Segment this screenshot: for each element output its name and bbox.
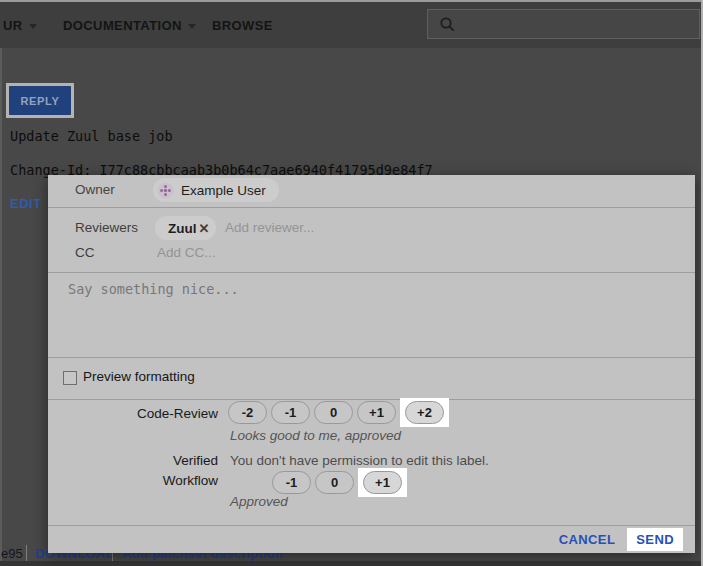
gerrit-screen: UR DOCUMENTATION BROWSE REPLY Update Zuu… <box>0 0 703 566</box>
search-icon <box>439 16 456 33</box>
cancel-button[interactable]: CANCEL <box>559 532 616 547</box>
reviewer-chip-zuul[interactable]: Zuul ✕ <box>155 216 216 240</box>
workflow-plus1-button[interactable]: +1 <box>363 471 402 494</box>
menu-browse-label: BROWSE <box>212 18 273 33</box>
code-review-plus2-button[interactable]: +2 <box>405 401 444 424</box>
reviewers-label: Reviewers <box>75 220 138 235</box>
menu-your[interactable]: UR <box>3 18 37 33</box>
chevron-down-icon <box>188 24 196 29</box>
code-review-pills: -2 -1 0 +1 +2 <box>228 398 449 427</box>
commit-message-line: Update Zuul base job <box>10 128 173 144</box>
preview-formatting-label: Preview formatting <box>83 369 195 384</box>
reply-dialog: Owner Example User Reviewers <box>48 175 695 553</box>
message-placeholder: Say something nice... <box>68 281 239 297</box>
reply-button-highlight-frame: REPLY <box>6 83 74 118</box>
workflow-plus1-highlight: +1 <box>358 468 407 497</box>
send-button[interactable]: SEND <box>636 532 674 547</box>
menu-documentation-label: DOCUMENTATION <box>63 18 182 33</box>
verified-permission-message: You don't have permission to edit this l… <box>230 453 489 468</box>
send-button-highlight: SEND <box>627 528 683 551</box>
remove-reviewer-icon[interactable]: ✕ <box>199 222 210 235</box>
menu-your-label: UR <box>3 18 23 33</box>
code-review-plus1-button[interactable]: +1 <box>357 401 396 424</box>
reviewer-chip-label: Zuul <box>168 221 197 236</box>
top-nav-bar: UR DOCUMENTATION BROWSE <box>0 0 703 48</box>
edit-link[interactable]: EDIT <box>10 196 42 211</box>
reply-button[interactable]: REPLY <box>9 86 71 115</box>
workflow-label: Workflow <box>48 473 218 488</box>
sha-fragment: e95 <box>1 546 23 561</box>
chevron-down-icon <box>29 24 37 29</box>
owner-chip[interactable]: Example User <box>153 178 279 202</box>
owner-label: Owner <box>75 182 115 197</box>
add-cc-input[interactable]: Add CC... <box>157 245 216 260</box>
bottom-strip <box>0 561 703 566</box>
verified-label: Verified <box>48 453 218 468</box>
menu-documentation[interactable]: DOCUMENTATION <box>63 18 196 33</box>
preview-formatting-checkbox[interactable] <box>63 371 77 385</box>
code-review-zero-button[interactable]: 0 <box>314 401 353 424</box>
code-review-minus1-button[interactable]: -1 <box>271 401 310 424</box>
reply-message-textarea[interactable]: Say something nice... <box>48 272 695 358</box>
add-reviewer-input[interactable]: Add reviewer... <box>225 220 314 235</box>
cc-label: CC <box>75 245 95 260</box>
code-review-plus2-highlight: +2 <box>400 398 449 427</box>
divider <box>48 207 695 208</box>
dialog-footer: CANCEL SEND <box>48 525 695 553</box>
workflow-zero-button[interactable]: 0 <box>315 471 354 494</box>
search-input[interactable] <box>427 9 700 39</box>
owner-chip-label: Example User <box>181 183 266 198</box>
workflow-minus1-button[interactable]: -1 <box>272 471 311 494</box>
divider <box>26 545 27 562</box>
avatar <box>157 182 174 199</box>
workflow-pills: -1 0 +1 <box>272 468 407 497</box>
page-edge-line <box>0 48 2 561</box>
menu-browse[interactable]: BROWSE <box>212 18 273 33</box>
code-review-description: Looks good to me, approved <box>230 428 401 443</box>
workflow-description: Approved <box>230 494 288 509</box>
code-review-minus2-button[interactable]: -2 <box>228 401 267 424</box>
code-review-label: Code-Review <box>48 406 218 421</box>
